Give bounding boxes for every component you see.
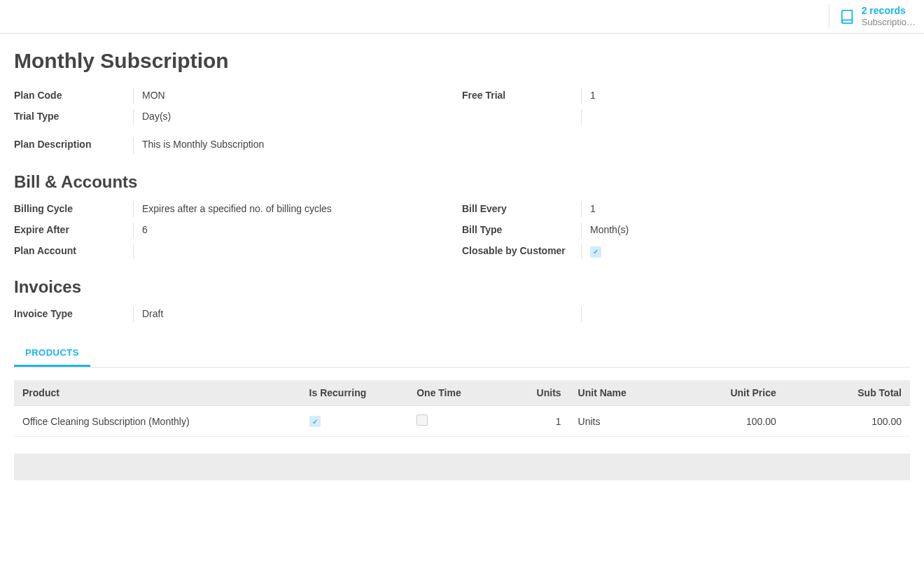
content-area: Monthly Subscription Plan Code MON Free … — [0, 34, 924, 496]
col-is-recurring[interactable]: Is Recurring — [301, 380, 409, 406]
invoices-section-title: Invoices — [14, 277, 910, 297]
plan-account-value — [133, 244, 462, 259]
billing-cycle-value: Expires after a specified no. of billing… — [133, 202, 462, 217]
expire-after-value: 6 — [133, 223, 462, 238]
trial-type-label: Trial Type — [14, 109, 133, 123]
records-count: 2 records — [862, 5, 916, 17]
col-product[interactable]: Product — [14, 380, 301, 406]
trial-type-value: Day(s) — [133, 109, 462, 125]
cell-unit-name: Units — [570, 406, 659, 437]
footer-strip — [14, 454, 910, 480]
bill-section-title: Bill & Accounts — [14, 172, 910, 192]
col-units[interactable]: Units — [498, 380, 569, 406]
checkmark-icon: ✓ — [309, 416, 321, 427]
plan-code-label: Plan Code — [14, 88, 133, 102]
cell-product: Office Cleaning Subscription (Monthly) — [14, 406, 301, 437]
bill-type-label: Bill Type — [462, 223, 581, 237]
table-row[interactable]: Office Cleaning Subscription (Monthly)✓1… — [14, 406, 910, 437]
checkmark-icon: ✓ — [590, 246, 601, 258]
cell-unit-price: 100.00 — [659, 406, 785, 437]
cell-one-time — [408, 406, 498, 437]
closable-value: ✓ — [581, 244, 910, 259]
plan-code-value: MON — [133, 88, 462, 104]
tab-products[interactable]: PRODUCTS — [14, 340, 90, 367]
plan-description-label: Plan Description — [14, 137, 133, 154]
expire-after-label: Expire After — [14, 223, 133, 237]
col-one-time[interactable]: One Time — [408, 380, 498, 406]
unchecked-box-icon — [416, 414, 428, 426]
bill-every-value: 1 — [581, 202, 910, 217]
cell-units: 1 — [498, 406, 569, 437]
col-sub-total[interactable]: Sub Total — [785, 380, 910, 406]
col-unit-price[interactable]: Unit Price — [659, 380, 785, 406]
bill-every-label: Bill Every — [462, 202, 581, 216]
invoice-type-label: Invoice Type — [14, 307, 133, 321]
general-grid: Plan Code MON Free Trial 1 Trial Type Da… — [14, 88, 910, 125]
invoices-grid: Invoice Type Draft — [14, 307, 910, 322]
book-icon — [839, 9, 855, 25]
bill-grid: Billing Cycle Expires after a specified … — [14, 202, 910, 259]
cell-is-recurring: ✓ — [301, 406, 409, 437]
invoice-type-value: Draft — [133, 307, 462, 322]
closable-label: Closable by Customer — [462, 244, 581, 258]
free-trial-value: 1 — [581, 88, 910, 104]
tabs: PRODUCTS — [14, 340, 910, 368]
free-trial-label: Free Trial — [462, 88, 581, 102]
products-table: Product Is Recurring One Time Units Unit… — [14, 380, 910, 437]
billing-cycle-label: Billing Cycle — [14, 202, 133, 216]
records-type: Subscriptio… — [862, 17, 916, 28]
plan-description-row: Plan Description This is Monthly Subscri… — [14, 137, 910, 154]
plan-description-value: This is Monthly Subscription — [133, 137, 910, 154]
bill-type-value: Month(s) — [581, 223, 910, 238]
records-widget[interactable]: 2 records Subscriptio… — [829, 4, 916, 29]
page-title: Monthly Subscription — [14, 49, 910, 73]
col-unit-name[interactable]: Unit Name — [570, 380, 659, 406]
cell-sub-total: 100.00 — [785, 406, 910, 437]
plan-account-label: Plan Account — [14, 244, 133, 258]
top-bar: 2 records Subscriptio… — [0, 0, 924, 34]
